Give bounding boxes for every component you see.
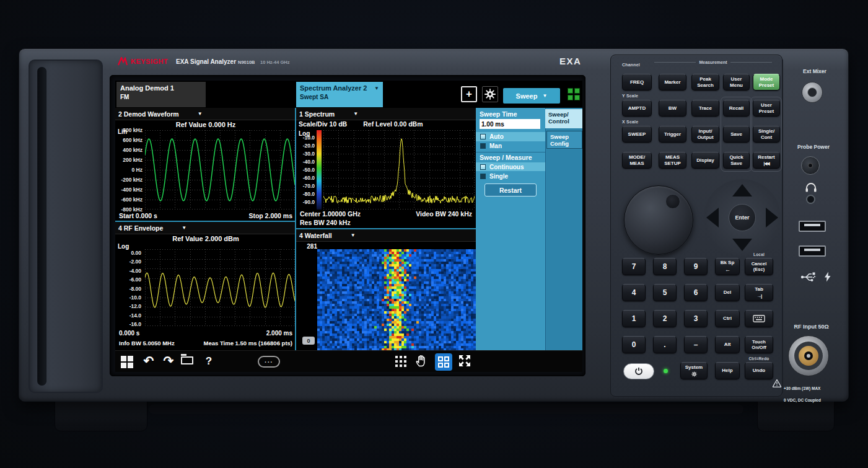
key-peak-search[interactable]: Peak Search: [691, 74, 719, 91]
tab-sweep-config[interactable]: Sweep Config: [546, 131, 582, 149]
key-del[interactable]: Del: [715, 284, 740, 301]
arrange-windows-button[interactable]: [395, 356, 406, 367]
key-meas-setup[interactable]: MEAS SETUP: [659, 152, 686, 169]
key-ctrl[interactable]: Ctrl: [715, 310, 740, 327]
windows-logo-icon: [121, 356, 133, 368]
help-button[interactable]: ?: [203, 354, 214, 369]
key-touch-onoff[interactable]: Touch On/Off: [745, 336, 773, 353]
annotation-bubble-button[interactable]: ···: [258, 356, 280, 368]
windows-logo-button[interactable]: [120, 355, 134, 369]
spectrum-window-selector[interactable]: 1 Spectrum ▼: [296, 108, 476, 120]
key-tab[interactable]: Tab →|: [745, 284, 773, 301]
probe-power-center: [808, 163, 813, 168]
key-system[interactable]: System: [680, 362, 708, 379]
key-7[interactable]: 7: [622, 258, 646, 275]
start-time: 0.000 s: [119, 330, 139, 337]
single-option[interactable]: Single: [476, 172, 545, 180]
envelope-window-selector[interactable]: 4 RF Envelope ▼: [115, 222, 296, 234]
key-mode-meas[interactable]: MODE/ MEAS: [622, 152, 652, 169]
res-bw: Res BW 240 kHz: [300, 219, 351, 226]
y-scale-group-label: Y Scale: [622, 94, 638, 98]
brand-model: N9010B: [238, 60, 255, 65]
key-user-menu[interactable]: User Menu: [723, 74, 750, 91]
right-arrow-key[interactable]: [766, 208, 778, 227]
sweep-annotation-dropdown[interactable]: Sweep ▼: [503, 88, 560, 104]
key-save[interactable]: Save: [723, 126, 750, 143]
key-virtual-keyboard[interactable]: [745, 310, 773, 327]
key-undo[interactable]: Undo: [745, 362, 773, 379]
left-arrow-key[interactable]: [706, 208, 719, 227]
redo-button[interactable]: ↷: [161, 352, 176, 369]
demod-window-selector[interactable]: 2 Demod Waveform ▼: [115, 108, 296, 120]
tab-spectrum-analyzer-2[interactable]: Spectrum Analyzer 2▼ Swept SA: [296, 82, 383, 107]
fullscreen-button[interactable]: [457, 353, 472, 368]
continuous-option[interactable]: Continuous: [476, 162, 545, 171]
local-label: Local: [745, 252, 773, 257]
layout-grid-button[interactable]: [435, 353, 452, 371]
key-6[interactable]: 6: [684, 284, 708, 301]
open-file-button[interactable]: [181, 356, 193, 364]
rpg-knob[interactable]: [624, 185, 693, 255]
window-divider: [296, 228, 476, 229]
key-input-output[interactable]: Input/ Output: [691, 126, 719, 143]
key-recall[interactable]: Recall: [723, 100, 750, 117]
pan-hand-button[interactable]: [415, 354, 427, 368]
down-arrow-key[interactable]: [732, 239, 752, 251]
key-mode-preset[interactable]: Mode Preset: [753, 74, 780, 91]
probe-power-label: Probe Power: [787, 144, 840, 150]
key-4[interactable]: 4: [622, 284, 646, 301]
key-3[interactable]: 3: [684, 310, 708, 327]
chevron-down-icon: ▼: [374, 85, 379, 92]
sweep-time-auto-option[interactable]: Auto: [476, 132, 545, 141]
sweep-time-man-option[interactable]: Man: [476, 141, 545, 151]
tab-sweep-control[interactable]: Sweep/ Control: [545, 109, 582, 128]
key-quick-save[interactable]: Quick Save: [723, 152, 750, 169]
key-minus[interactable]: –: [684, 336, 708, 353]
up-arrow-key[interactable]: [732, 184, 752, 196]
add-window-button[interactable]: +: [461, 86, 477, 102]
key-sweep[interactable]: SWEEP: [622, 126, 652, 143]
key-single-cont[interactable]: Single/ Cont: [753, 126, 780, 143]
toggle-indicator-icon: [480, 164, 486, 170]
key-restart[interactable]: Restart |◀◀: [753, 152, 780, 169]
key-alt[interactable]: Alt: [715, 336, 740, 353]
key-user-preset[interactable]: User Preset: [753, 100, 780, 117]
layout-preset-button[interactable]: [568, 88, 580, 100]
key-amptd[interactable]: AMPTD: [622, 100, 652, 117]
chevron-down-icon: ▼: [182, 225, 186, 231]
hardkey-panel: Channel Measurement Y Scale X Scale FREQ…: [610, 55, 783, 397]
key-freq[interactable]: FREQ: [622, 74, 652, 91]
tab-analog-demod-1[interactable]: Analog Demod 1 FM: [116, 82, 206, 107]
scale-annotations: Scale/Div 10 dB Ref Level 0.00 dBm: [296, 120, 476, 130]
enter-key[interactable]: Enter: [729, 204, 756, 231]
grid-2x2-icon: [438, 356, 449, 368]
key-cancel-esc[interactable]: Cancel (Esc): [745, 258, 773, 275]
undo-icon: ↶: [144, 353, 154, 368]
key-marker[interactable]: Marker: [659, 74, 686, 91]
restart-button[interactable]: Restart: [484, 183, 537, 196]
key-5[interactable]: 5: [653, 284, 677, 301]
waterfall-window-selector[interactable]: 4 Waterfall ▼: [296, 229, 476, 242]
key-backspace[interactable]: Bk Sp ←: [715, 258, 740, 275]
marker-badge[interactable]: 0: [302, 337, 315, 345]
key-trace[interactable]: Trace: [691, 100, 719, 117]
key-9[interactable]: 9: [684, 258, 708, 275]
sweep-time-input[interactable]: 1.00 ms: [480, 119, 540, 129]
floor-shadow: [149, 404, 743, 414]
undo-button[interactable]: ↶: [141, 352, 156, 369]
key-help[interactable]: Help: [715, 362, 740, 379]
key-2[interactable]: 2: [653, 310, 677, 327]
key-8[interactable]: 8: [653, 258, 677, 275]
key-decimal[interactable]: .: [653, 336, 677, 353]
spectrum-window: 1 Spectrum ▼ Scale/Div 10 dB Ref Level 0…: [296, 108, 476, 229]
key-trigger[interactable]: Trigger: [659, 126, 686, 143]
power-button[interactable]: [623, 363, 654, 379]
brand-keysight: KEYSIGHT: [131, 58, 168, 65]
key-display[interactable]: Display: [691, 152, 719, 169]
key-1[interactable]: 1: [622, 310, 646, 327]
measurement-group-label: Measurement: [654, 60, 772, 64]
settings-gear-button[interactable]: [482, 86, 498, 102]
key-0[interactable]: 0: [622, 336, 646, 353]
spectrum-trace-plot: [323, 130, 475, 210]
key-bw[interactable]: BW: [659, 100, 686, 117]
